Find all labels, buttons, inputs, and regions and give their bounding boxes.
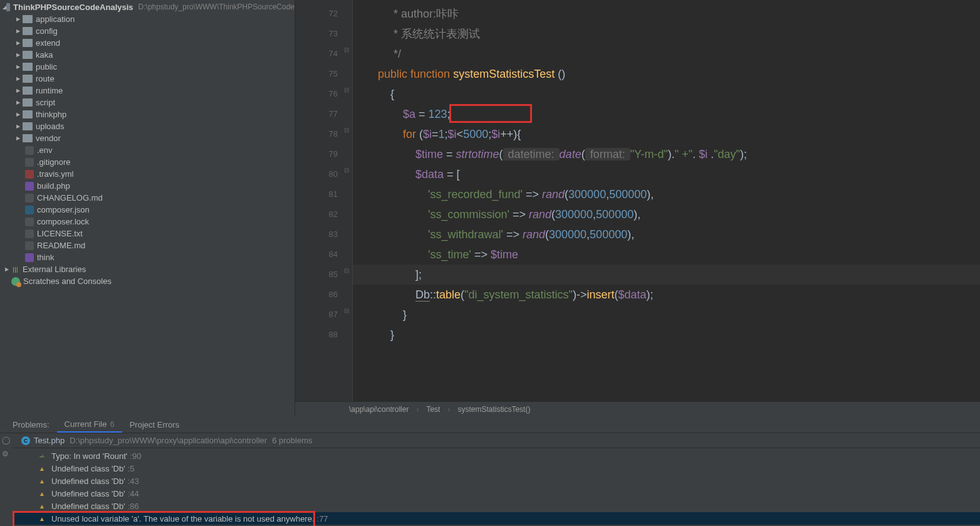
tree-file[interactable]: LICENSE.txt xyxy=(0,228,295,239)
code-line[interactable]: $data = [ xyxy=(353,164,980,184)
code-line[interactable]: * 系统统计表测试 xyxy=(353,24,980,44)
tree-file[interactable]: .env xyxy=(0,144,295,156)
tree-folder[interactable]: kaka xyxy=(0,49,295,61)
code-line[interactable]: } xyxy=(353,325,980,345)
tab-current-file[interactable]: Current File 6 xyxy=(57,416,122,433)
line-number[interactable]: 77 xyxy=(295,104,338,124)
scratches[interactable]: Scratches and Consoles xyxy=(0,275,295,287)
code-line[interactable]: $a = 123; xyxy=(353,104,980,124)
tree-file[interactable]: README.md xyxy=(0,239,295,251)
line-gutter[interactable]: ⊟ ⊟ ⊟ ⊟ ⊟ ⊟ 7273747576777879808182838485… xyxy=(295,0,353,401)
chevron-right-icon[interactable] xyxy=(14,110,23,119)
line-number[interactable]: 80 xyxy=(295,164,338,184)
chevron-right-icon[interactable] xyxy=(14,87,23,95)
line-number[interactable]: 81 xyxy=(295,184,338,204)
project-root[interactable]: ThinkPHPSourceCodeAnalysis D:\phpstudy_p… xyxy=(0,1,295,13)
tree-file[interactable]: .gitignore xyxy=(0,156,295,168)
code-line[interactable]: ]; xyxy=(353,265,980,285)
problem-item[interactable]: Typo: In word 'Rount' :90 xyxy=(13,450,980,462)
fold-mark-icon[interactable]: ⊟ xyxy=(343,87,350,93)
tree-folder[interactable]: config xyxy=(0,25,295,37)
line-number[interactable]: 84 xyxy=(295,245,338,265)
tree-folder[interactable]: public xyxy=(0,61,295,73)
chevron-right-icon[interactable] xyxy=(14,51,23,60)
chevron-right-icon[interactable] xyxy=(14,27,23,36)
tree-folder[interactable]: extend xyxy=(0,37,295,49)
stop-icon[interactable]: ◯ xyxy=(2,436,11,444)
code-line[interactable]: Db::table("di_system_statistics")->inser… xyxy=(353,285,980,305)
problem-item[interactable]: Undefined class 'Db' :43 xyxy=(13,475,980,487)
line-number[interactable]: 85 xyxy=(295,265,338,285)
problem-item[interactable]: Undefined class 'Db' :44 xyxy=(13,487,980,500)
code-line[interactable]: 'ss_commission' => rand(300000,500000), xyxy=(353,204,980,224)
code-line[interactable]: public function systemStatisticsTest () xyxy=(353,64,980,84)
problem-item[interactable]: Unused local variable 'a'. The value of … xyxy=(13,512,980,525)
chevron-right-icon[interactable] xyxy=(14,98,23,107)
crumb-segment[interactable]: systemStatisticsTest() xyxy=(454,405,534,414)
chevron-right-icon[interactable] xyxy=(14,63,23,71)
project-sidebar[interactable]: ThinkPHPSourceCodeAnalysis D:\phpstudy_p… xyxy=(0,0,295,416)
line-number[interactable]: 72 xyxy=(295,4,338,24)
chevron-right-icon[interactable] xyxy=(14,75,23,83)
chevron-right-icon[interactable] xyxy=(14,122,23,131)
tree-file[interactable]: build.php xyxy=(0,180,295,192)
tree-folder[interactable]: script xyxy=(0,97,295,108)
chevron-right-icon[interactable] xyxy=(14,134,23,143)
code-line[interactable]: */ xyxy=(353,44,980,64)
tree-file[interactable]: composer.lock xyxy=(0,216,295,228)
chevron-right-icon[interactable] xyxy=(14,39,23,48)
line-number[interactable]: 83 xyxy=(295,224,338,245)
fold-mark-icon[interactable]: ⊟ xyxy=(343,267,350,273)
code-line[interactable]: for ($i=1;$i<5000;$i++){ xyxy=(353,124,980,144)
fold-column[interactable]: ⊟ ⊟ ⊟ ⊟ ⊟ ⊟ xyxy=(341,0,353,401)
tree-file[interactable]: CHANGELOG.md xyxy=(0,192,295,204)
code-line[interactable]: 'ss_time' => $time xyxy=(353,245,980,265)
crumb-segment[interactable]: Test xyxy=(422,405,444,414)
tree-folder[interactable]: route xyxy=(0,73,295,85)
tree-file[interactable]: .travis.yml xyxy=(0,168,295,180)
line-number[interactable]: 74 xyxy=(295,44,338,64)
problem-item[interactable]: Undefined class 'Db' :5 xyxy=(13,462,980,475)
tree-folder[interactable]: uploads xyxy=(0,120,295,132)
main-split: ThinkPHPSourceCodeAnalysis D:\phpstudy_p… xyxy=(0,0,980,416)
line-number[interactable]: 79 xyxy=(295,144,338,164)
warning-icon xyxy=(38,502,46,510)
line-number[interactable]: 76 xyxy=(295,84,338,104)
line-number[interactable]: 75 xyxy=(295,64,338,84)
code-line[interactable]: } xyxy=(353,305,980,325)
code-content[interactable]: * author:咔咔 * 系统统计表测试 */ public function… xyxy=(353,0,980,401)
tree-folder[interactable]: runtime xyxy=(0,85,295,97)
fold-mark-icon[interactable]: ⊟ xyxy=(343,46,350,53)
problem-item[interactable]: Undefined class 'Db' :86 xyxy=(13,500,980,512)
problems-file-header[interactable]: C Test.php D:\phpstudy_pro\WWW\proxy\app… xyxy=(13,433,980,448)
line-number[interactable]: 78 xyxy=(295,124,338,144)
code-line[interactable]: * author:咔咔 xyxy=(353,4,980,24)
tab-project-errors[interactable]: Project Errors xyxy=(122,416,187,433)
fold-mark-icon[interactable]: ⊟ xyxy=(343,127,350,133)
line-number[interactable]: 82 xyxy=(295,204,338,224)
file-icon xyxy=(25,158,34,167)
code-line[interactable]: 'ss_recorded_fund' => rand(300000,500000… xyxy=(353,184,980,204)
code-line[interactable]: 'ss_withdrawal' => rand(300000,500000), xyxy=(353,224,980,245)
fold-mark-icon[interactable]: ⊟ xyxy=(343,307,350,313)
tree-folder[interactable]: application xyxy=(0,13,295,25)
fold-mark-icon[interactable]: ⊟ xyxy=(343,167,350,173)
code-editor[interactable]: ⊟ ⊟ ⊟ ⊟ ⊟ ⊟ 7273747576777879808182838485… xyxy=(295,0,980,401)
line-number[interactable]: 88 xyxy=(295,325,338,345)
tree-folder[interactable]: thinkphp xyxy=(0,108,295,120)
external-libraries[interactable]: ⫼ External Libraries xyxy=(0,263,295,275)
code-line[interactable]: $time = strtotime( datetime: date( forma… xyxy=(353,144,980,164)
line-number[interactable]: 73 xyxy=(295,24,338,44)
line-number[interactable]: 87 xyxy=(295,305,338,325)
tree-folder[interactable]: vendor xyxy=(0,132,295,144)
crumb-segment[interactable]: \app\api\controller xyxy=(345,405,412,414)
breadcrumb[interactable]: \app\api\controller › Test › systemStati… xyxy=(295,401,980,416)
project-tree: ThinkPHPSourceCodeAnalysis D:\phpstudy_p… xyxy=(0,0,295,288)
tree-file[interactable]: think xyxy=(0,251,295,263)
settings-icon[interactable]: ⚙ xyxy=(2,450,11,458)
chevron-right-icon[interactable] xyxy=(14,15,23,24)
code-line[interactable]: { xyxy=(353,84,980,104)
tree-file[interactable]: composer.json xyxy=(0,204,295,216)
line-number[interactable]: 86 xyxy=(295,285,338,305)
chevron-right-icon[interactable] xyxy=(3,265,11,274)
